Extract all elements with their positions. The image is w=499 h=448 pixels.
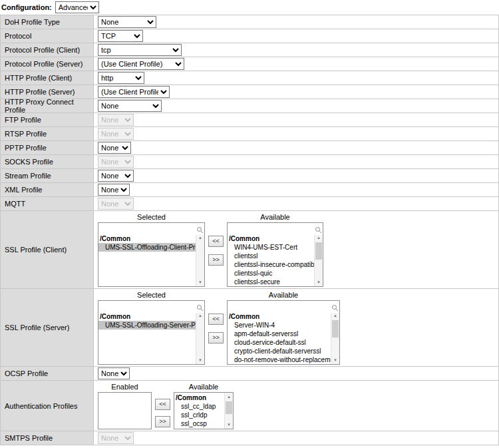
scroll-down-icon[interactable]: ▼ [196, 356, 204, 364]
stream-profile-select[interactable]: None [98, 170, 134, 182]
list-item[interactable]: /Common [174, 393, 224, 402]
auth-enabled-items [98, 393, 151, 429]
list-item[interactable]: clientssl-secure [228, 278, 314, 286]
protocol-profile-client-select[interactable]: tcp [98, 44, 182, 56]
auth-enabled-listbox [98, 392, 152, 429]
ssl-client-available-items: /CommonWIN4-UMS-EST-Certclientsslclients… [228, 234, 314, 286]
scroll-down-icon[interactable]: ▼ [331, 356, 339, 364]
row-label: DoH Profile Type [1, 15, 94, 29]
move-right-button[interactable]: >> [208, 254, 224, 266]
selected-list-header: Selected [98, 212, 205, 222]
list-item[interactable]: clientssl [228, 252, 314, 260]
doh-profile-type-select[interactable]: None [98, 16, 156, 28]
move-left-button[interactable]: << [155, 399, 170, 410]
scroll-track[interactable] [315, 242, 323, 278]
row-http-proxy-connect-profile: HTTP Proxy Connect Profile None [1, 99, 498, 113]
list-item[interactable]: crypto-client-default-serverssl [228, 347, 331, 355]
list-item[interactable]: ssl_ocsp [174, 419, 224, 428]
list-item[interactable]: UMS-SSL-Offloading-Server-Profile [98, 321, 196, 330]
list-item[interactable]: /Common [228, 312, 331, 321]
available-list-header: Available [227, 212, 323, 222]
search-box [98, 301, 204, 312]
selected-list-header: Selected [98, 290, 205, 300]
row-doh-profile-type: DoH Profile Type None [1, 15, 498, 29]
ssl-client-available-listbox: /CommonWIN4-UMS-EST-Certclientsslclients… [227, 222, 323, 287]
scroll-down-icon[interactable]: ▼ [225, 421, 233, 429]
list-item[interactable]: clientssl-insecure-compatible [228, 260, 314, 269]
scroll-track[interactable] [196, 320, 204, 356]
list-item[interactable]: cloud-service-default-ssl [228, 338, 331, 347]
move-left-button[interactable]: << [208, 236, 224, 247]
scrollbar[interactable]: ▲ ▼ [196, 234, 204, 286]
move-right-button[interactable]: >> [155, 416, 170, 427]
http-profile-server-select[interactable]: (Use Client Profile) [98, 86, 170, 98]
http-profile-client-select[interactable]: http [98, 72, 144, 84]
pptp-profile-select[interactable]: None [98, 142, 131, 154]
ocsp-profile-select[interactable]: None [98, 367, 130, 379]
scrollbar[interactable]: ▲ ▼ [196, 312, 204, 364]
configuration-select[interactable]: Advanced [55, 1, 99, 13]
list-item[interactable]: apm-default-serverssl [228, 330, 331, 338]
configuration-label: Configuration: [1, 3, 52, 11]
row-ftp-profile: FTP Profile None [1, 113, 498, 127]
list-item[interactable]: /Common [98, 234, 196, 243]
protocol-select[interactable]: TCP [98, 30, 143, 42]
scroll-thumb[interactable] [332, 320, 339, 337]
auth-available-items: /Commonssl_cc_ldapssl_crldpssl_ocsp [174, 393, 224, 429]
list-item[interactable]: ssl_crldp [174, 411, 224, 419]
list-item[interactable]: /Common [98, 312, 196, 321]
scroll-down-icon[interactable]: ▼ [315, 278, 323, 286]
row-label: PPTP Profile [1, 141, 94, 154]
move-left-button[interactable]: << [208, 314, 224, 325]
list-item[interactable]: /Common [228, 234, 314, 243]
list-item[interactable]: UMS-SSL-Offloading-Client-Profile [98, 243, 196, 252]
search-box [228, 301, 339, 312]
http-proxy-connect-profile-select[interactable]: None [98, 100, 162, 112]
row-label: Protocol [1, 29, 94, 43]
list-item[interactable]: do-not-remove-without-replacement [228, 355, 331, 364]
scrollbar[interactable]: ▲ ▼ [314, 234, 323, 286]
row-rtsp-profile: RTSP Profile None [1, 127, 498, 141]
row-label: HTTP Proxy Connect Profile [1, 99, 94, 112]
rtsp-profile-select: None [98, 128, 134, 140]
row-authentication-profiles: Authentication Profiles Enabled << >> [1, 381, 498, 431]
scroll-down-icon[interactable]: ▼ [196, 278, 204, 286]
search-input[interactable] [228, 303, 339, 313]
scrollbar[interactable]: ▲ ▼ [224, 393, 233, 429]
row-protocol: Protocol TCP [1, 29, 498, 43]
row-label: SSL Profile (Server) [1, 289, 94, 366]
list-item[interactable]: clientssl-quic [228, 269, 314, 278]
available-list-header: Available [174, 382, 234, 392]
scroll-up-icon[interactable]: ▲ [225, 393, 233, 401]
row-label: SSL Profile (Client) [1, 211, 94, 288]
search-input[interactable] [98, 303, 204, 313]
row-label: FTP Profile [1, 113, 94, 126]
scroll-track[interactable] [331, 320, 339, 356]
profiles-config-panel: Configuration: Advanced DoH Profile Type… [0, 0, 499, 445]
list-item[interactable]: Server-WIN-4 [228, 321, 331, 330]
row-label: HTTP Profile (Server) [1, 85, 94, 99]
row-ssl-profile-client: SSL Profile (Client) Selected /CommonUMS… [1, 211, 498, 289]
search-input[interactable] [98, 225, 204, 235]
scroll-thumb[interactable] [226, 401, 232, 414]
scroll-track[interactable] [225, 401, 233, 421]
row-http-profile-client: HTTP Profile (Client) http [1, 71, 498, 85]
mqtt-profile-select: None [98, 198, 134, 210]
row-ocsp-profile: OCSP Profile None [1, 367, 498, 381]
list-item[interactable]: ssl_cc_ldap [174, 402, 224, 411]
search-icon [315, 224, 322, 232]
move-right-button[interactable]: >> [208, 332, 224, 343]
protocol-profile-server-select[interactable]: (Use Client Profile) [98, 58, 184, 70]
scrollbar[interactable]: ▲ ▼ [331, 312, 339, 364]
row-label: RTSP Profile [1, 127, 94, 140]
scroll-thumb[interactable] [315, 242, 322, 260]
search-input[interactable] [228, 225, 323, 235]
socks-profile-select: None [98, 156, 134, 168]
scroll-track[interactable] [196, 242, 204, 278]
row-protocol-profile-server: Protocol Profile (Server) (Use Client Pr… [1, 57, 498, 71]
search-box [228, 223, 323, 234]
xml-profile-select[interactable]: None [98, 184, 130, 196]
list-item[interactable]: WIN4-UMS-EST-Cert [228, 243, 314, 252]
row-label: Authentication Profiles [1, 381, 94, 431]
ssl-server-available-listbox: /CommonServer-WIN-4apm-default-serverssl… [227, 300, 340, 365]
